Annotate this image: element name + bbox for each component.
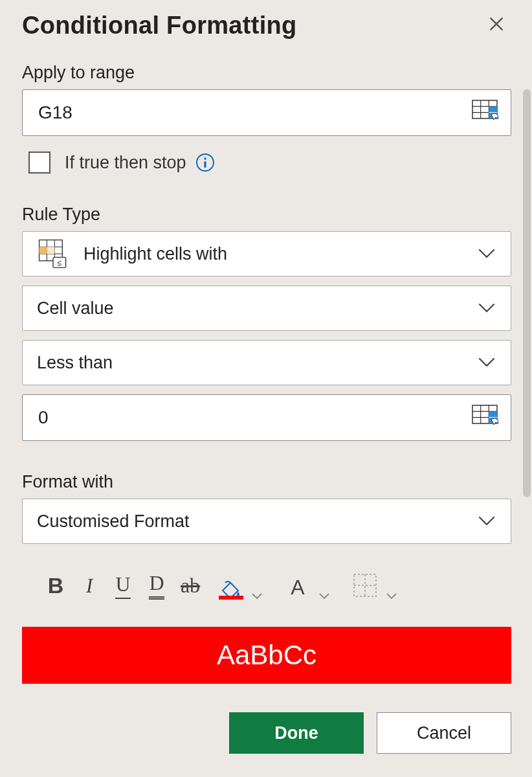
bold-glyph: B bbox=[48, 573, 64, 598]
done-button[interactable]: Done bbox=[229, 712, 364, 754]
close-icon bbox=[488, 16, 505, 32]
range-picker-icon bbox=[472, 100, 500, 126]
underline-button[interactable]: U bbox=[106, 571, 140, 600]
border-dropdown[interactable] bbox=[382, 593, 401, 600]
svg-point-8 bbox=[204, 157, 206, 160]
rule-type-value: Highlight cells with bbox=[83, 244, 227, 264]
format-preview-text: AaBbCc bbox=[217, 640, 316, 671]
strike-glyph: ab bbox=[181, 574, 200, 598]
rule-value-range-picker-button[interactable] bbox=[472, 405, 500, 431]
rule-field-value: Cell value bbox=[37, 298, 114, 319]
info-icon[interactable] bbox=[195, 153, 215, 172]
fill-color-swatch bbox=[219, 596, 243, 600]
chevron-down-icon bbox=[478, 357, 495, 368]
if-true-stop-label: If true then stop bbox=[65, 153, 186, 173]
strikethrough-button[interactable]: ab bbox=[173, 571, 207, 600]
chevron-down-icon bbox=[386, 593, 397, 600]
range-picker-button[interactable] bbox=[472, 100, 500, 126]
close-button[interactable] bbox=[482, 13, 511, 38]
format-preview: AaBbCc bbox=[22, 627, 511, 684]
rule-value-row bbox=[22, 394, 511, 441]
range-input[interactable] bbox=[37, 102, 496, 124]
format-with-label: Format with bbox=[22, 472, 511, 492]
svg-text:≤: ≤ bbox=[57, 258, 61, 267]
dialog-title: Conditional Formatting bbox=[22, 12, 297, 39]
chevron-down-icon bbox=[319, 593, 329, 600]
font-color-button[interactable]: A bbox=[281, 571, 315, 600]
rule-type-label: Rule Type bbox=[22, 205, 511, 225]
svg-rect-26 bbox=[354, 574, 376, 596]
range-picker-icon bbox=[472, 405, 500, 431]
rule-field-dropdown[interactable]: Cell value bbox=[22, 286, 511, 331]
chevron-down-icon bbox=[478, 516, 495, 526]
bold-button[interactable]: B bbox=[39, 571, 72, 600]
if-true-stop-checkbox[interactable] bbox=[28, 152, 50, 174]
apply-to-range-label: Apply to range bbox=[22, 63, 511, 83]
border-icon bbox=[352, 572, 378, 598]
underline-glyph: U bbox=[115, 572, 130, 599]
double-underline-glyph: D bbox=[149, 571, 164, 600]
font-color-glyph: A bbox=[291, 576, 304, 600]
chevron-down-icon bbox=[478, 303, 495, 313]
rule-operator-value: Less than bbox=[37, 353, 113, 373]
italic-button[interactable]: I bbox=[72, 571, 106, 600]
format-style-value: Customised Format bbox=[37, 512, 190, 532]
rule-value-input[interactable] bbox=[37, 407, 496, 429]
italic-glyph: I bbox=[86, 574, 93, 598]
chevron-down-icon bbox=[478, 249, 495, 259]
chevron-down-icon bbox=[252, 593, 262, 600]
range-input-row bbox=[22, 89, 511, 136]
double-underline-button[interactable]: D bbox=[140, 571, 173, 600]
highlight-cells-icon: ≤ bbox=[37, 238, 69, 270]
border-button[interactable] bbox=[348, 571, 382, 600]
fill-color-button[interactable] bbox=[214, 571, 247, 600]
fill-color-dropdown[interactable] bbox=[247, 593, 267, 600]
format-style-dropdown[interactable]: Customised Format bbox=[22, 499, 511, 544]
svg-rect-9 bbox=[204, 161, 206, 168]
rule-type-dropdown[interactable]: ≤ Highlight cells with bbox=[22, 231, 511, 276]
svg-rect-16 bbox=[47, 247, 54, 254]
cancel-button[interactable]: Cancel bbox=[377, 712, 511, 754]
scrollbar[interactable] bbox=[523, 89, 531, 497]
rule-operator-dropdown[interactable]: Less than bbox=[22, 340, 511, 385]
font-color-dropdown[interactable] bbox=[315, 593, 334, 600]
svg-rect-15 bbox=[39, 247, 47, 254]
